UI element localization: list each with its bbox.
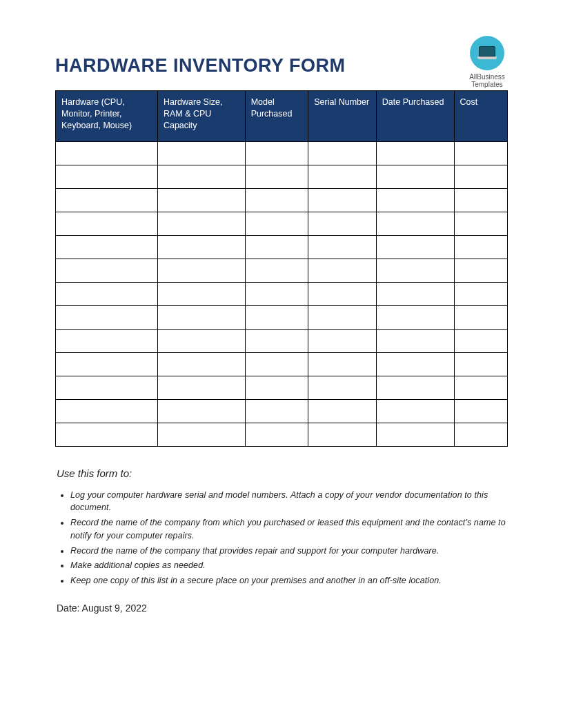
table-cell[interactable] <box>56 376 158 399</box>
col-cost: Cost <box>454 91 508 142</box>
table-cell[interactable] <box>157 212 245 235</box>
table-cell[interactable] <box>376 235 454 259</box>
table-cell[interactable] <box>56 423 158 446</box>
table-cell[interactable] <box>376 259 454 282</box>
table-cell[interactable] <box>157 282 245 305</box>
table-cell[interactable] <box>56 259 158 282</box>
laptop-icon <box>470 36 504 70</box>
table-cell[interactable] <box>245 423 308 446</box>
table-cell[interactable] <box>376 282 454 305</box>
table-cell[interactable] <box>376 376 454 399</box>
table-cell[interactable] <box>376 141 454 165</box>
table-cell[interactable] <box>308 376 377 399</box>
table-row <box>56 165 508 188</box>
table-cell[interactable] <box>157 188 245 212</box>
table-cell[interactable] <box>454 259 508 282</box>
table-cell[interactable] <box>308 212 377 235</box>
table-cell[interactable] <box>454 188 508 212</box>
table-cell[interactable] <box>245 376 308 399</box>
table-cell[interactable] <box>157 376 245 399</box>
table-cell[interactable] <box>157 259 245 282</box>
table-cell[interactable] <box>308 305 377 329</box>
table-cell[interactable] <box>376 352 454 376</box>
table-row <box>56 259 508 282</box>
table-cell[interactable] <box>56 399 158 423</box>
table-row <box>56 235 508 259</box>
table-cell[interactable] <box>376 305 454 329</box>
document-page: HARDWARE INVENTORY FORM AllBusiness Temp… <box>0 0 563 655</box>
table-cell[interactable] <box>157 165 245 188</box>
table-cell[interactable] <box>245 212 308 235</box>
table-cell[interactable] <box>157 235 245 259</box>
table-cell[interactable] <box>376 399 454 423</box>
table-cell[interactable] <box>308 141 377 165</box>
table-cell[interactable] <box>157 141 245 165</box>
table-cell[interactable] <box>245 165 308 188</box>
table-cell[interactable] <box>56 188 158 212</box>
table-cell[interactable] <box>376 329 454 352</box>
table-cell[interactable] <box>56 305 158 329</box>
table-cell[interactable] <box>454 423 508 446</box>
table-cell[interactable] <box>157 329 245 352</box>
table-cell[interactable] <box>56 352 158 376</box>
table-row <box>56 329 508 352</box>
table-cell[interactable] <box>376 212 454 235</box>
table-cell[interactable] <box>56 282 158 305</box>
table-row <box>56 188 508 212</box>
table-cell[interactable] <box>56 165 158 188</box>
table-cell[interactable] <box>245 188 308 212</box>
table-cell[interactable] <box>245 329 308 352</box>
table-cell[interactable] <box>454 305 508 329</box>
table-cell[interactable] <box>245 282 308 305</box>
table-cell[interactable] <box>308 329 377 352</box>
table-cell[interactable] <box>454 376 508 399</box>
table-cell[interactable] <box>157 423 245 446</box>
table-cell[interactable] <box>56 141 158 165</box>
table-row <box>56 352 508 376</box>
col-serial: Serial Number <box>308 91 377 142</box>
table-cell[interactable] <box>376 165 454 188</box>
table-cell[interactable] <box>454 141 508 165</box>
table-cell[interactable] <box>308 352 377 376</box>
table-cell[interactable] <box>308 259 377 282</box>
table-cell[interactable] <box>56 235 158 259</box>
table-cell[interactable] <box>157 352 245 376</box>
table-cell[interactable] <box>245 352 308 376</box>
table-cell[interactable] <box>245 235 308 259</box>
table-cell[interactable] <box>308 399 377 423</box>
table-cell[interactable] <box>454 352 508 376</box>
table-cell[interactable] <box>376 188 454 212</box>
table-cell[interactable] <box>308 423 377 446</box>
table-row <box>56 282 508 305</box>
table-cell[interactable] <box>308 188 377 212</box>
table-cell[interactable] <box>308 282 377 305</box>
col-size: Hardware Size, RAM & CPU Capacity <box>157 91 245 142</box>
date-value: August 9, 2022 <box>82 603 147 614</box>
table-cell[interactable] <box>454 282 508 305</box>
table-cell[interactable] <box>245 399 308 423</box>
table-cell[interactable] <box>157 305 245 329</box>
instructions-heading: Use this form to: <box>57 467 508 479</box>
table-cell[interactable] <box>308 235 377 259</box>
table-cell[interactable] <box>245 259 308 282</box>
table-cell[interactable] <box>454 399 508 423</box>
table-cell[interactable] <box>56 329 158 352</box>
brand-logo: AllBusiness Templates <box>460 36 515 88</box>
header: HARDWARE INVENTORY FORM AllBusiness Temp… <box>55 55 508 77</box>
table-cell[interactable] <box>454 212 508 235</box>
table-cell[interactable] <box>454 165 508 188</box>
table-cell[interactable] <box>454 329 508 352</box>
table-row <box>56 376 508 399</box>
instruction-item: Keep one copy of this list in a secure p… <box>70 574 508 587</box>
table-cell[interactable] <box>376 423 454 446</box>
table-row <box>56 305 508 329</box>
table-cell[interactable] <box>245 141 308 165</box>
table-cell[interactable] <box>308 165 377 188</box>
table-cell[interactable] <box>157 399 245 423</box>
table-cell[interactable] <box>56 212 158 235</box>
instruction-item: Log your computer hardware serial and mo… <box>70 489 508 515</box>
table-cell[interactable] <box>454 235 508 259</box>
date-line: Date: August 9, 2022 <box>57 603 508 614</box>
table-cell[interactable] <box>245 305 308 329</box>
instruction-item: Record the name of the company from whic… <box>70 516 508 543</box>
